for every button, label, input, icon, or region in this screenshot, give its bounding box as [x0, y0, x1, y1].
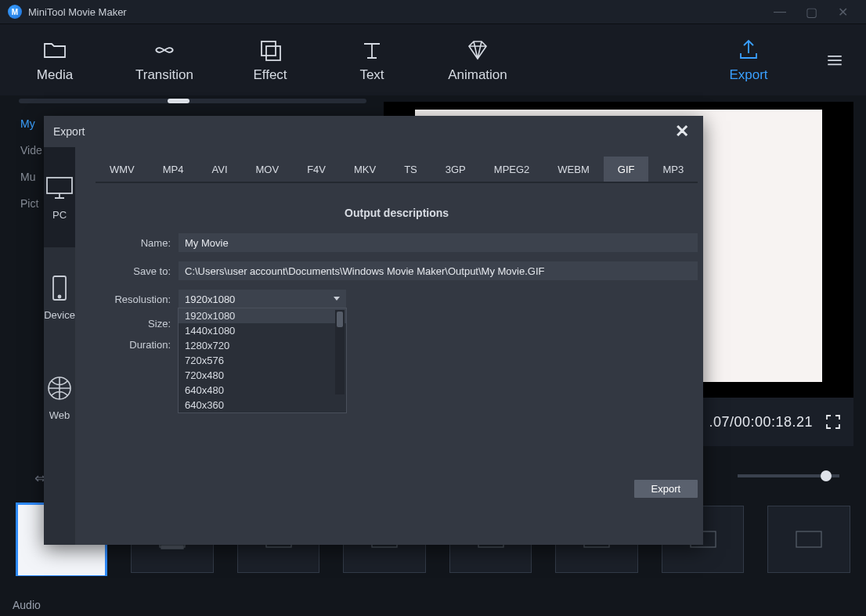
nav-animation[interactable]: Animation	[423, 24, 532, 96]
export-main-panel: WMVMP4AVIMOVF4VMKVTS3GPMPEG2WEBMGIFMP3 O…	[75, 147, 718, 545]
nav-media[interactable]: Media	[0, 24, 110, 96]
nav-text-label: Text	[359, 67, 384, 83]
resolution-label: Resolustion:	[96, 294, 171, 305]
export-target-pc-label: PC	[52, 209, 67, 221]
effect-icon	[258, 38, 283, 63]
minimize-button[interactable]: —	[764, 5, 796, 19]
resolution-option[interactable]: 1920x1080	[179, 308, 346, 323]
format-tab-webm[interactable]: WEBM	[543, 157, 603, 182]
format-tab-mkv[interactable]: MKV	[340, 157, 390, 182]
svg-rect-31	[796, 531, 821, 547]
nav-effect[interactable]: Effect	[219, 24, 321, 96]
export-form: Name: Save to: Resolustion: 1920x1080 19…	[96, 233, 698, 351]
left-tab-pictures[interactable]: Pict	[20, 197, 42, 210]
format-tab-ts[interactable]: TS	[390, 157, 431, 182]
text-icon	[359, 38, 384, 63]
export-target-device-label: Device	[44, 309, 75, 321]
folder-icon	[42, 38, 67, 63]
transition-icon	[152, 38, 177, 63]
export-dialog-header: Export ✕	[44, 116, 703, 147]
resolution-option[interactable]: 640x360	[179, 398, 346, 412]
nav-text[interactable]: Text	[321, 24, 423, 96]
audio-track-label: Audio	[13, 599, 41, 611]
titlebar: M MiniTool Movie Maker — ▢ ✕	[0, 0, 866, 24]
media-scrollbar[interactable]	[19, 99, 366, 103]
globe-icon	[44, 375, 75, 402]
resolution-option[interactable]: 1440x1080	[179, 323, 346, 338]
close-dialog-button[interactable]: ✕	[670, 121, 694, 142]
device-icon	[44, 275, 75, 301]
app-logo-icon: M	[8, 5, 22, 19]
export-target-pc[interactable]: PC	[44, 147, 75, 247]
close-window-button[interactable]: ✕	[827, 5, 858, 20]
hamburger-menu-button[interactable]	[803, 24, 866, 96]
clip-placeholder-icon	[795, 528, 823, 550]
svg-point-34	[59, 295, 61, 297]
left-tab-music[interactable]: Mu	[20, 171, 42, 183]
save-to-input[interactable]	[179, 261, 698, 280]
nav-effect-label: Effect	[253, 67, 287, 83]
size-label: Size:	[96, 318, 171, 330]
svg-rect-25	[161, 546, 183, 549]
format-tab-mp3[interactable]: MP3	[648, 157, 698, 182]
format-tab-wmv[interactable]: WMV	[96, 157, 149, 182]
resolution-select[interactable]: 1920x1080 1920x10801440x10801280x720720x…	[179, 290, 346, 308]
export-dialog: Export ✕ PC Device Web	[44, 116, 703, 545]
export-dialog-title: Export	[53, 125, 670, 138]
export-target-web-label: Web	[49, 409, 70, 421]
nav-export[interactable]: Export	[694, 24, 803, 96]
diamond-icon	[465, 38, 490, 63]
fullscreen-icon[interactable]	[825, 414, 841, 430]
name-input[interactable]	[179, 233, 698, 252]
export-target-device[interactable]: Device	[44, 247, 75, 348]
nav-transition[interactable]: Transition	[110, 24, 219, 96]
resolution-dropdown: 1920x10801440x10801280x720720x576720x480…	[178, 308, 347, 413]
monitor-icon	[44, 175, 75, 201]
format-tab-3gp[interactable]: 3GP	[431, 157, 480, 182]
svg-rect-32	[47, 178, 72, 193]
name-label: Name:	[96, 237, 171, 249]
format-tab-mpeg2[interactable]: MPEG2	[480, 157, 544, 182]
export-target-web[interactable]: Web	[44, 348, 75, 448]
top-nav: Media Transition Effect Text Animation E…	[0, 24, 866, 97]
format-tab-f4v[interactable]: F4V	[293, 157, 340, 182]
nav-export-label: Export	[729, 67, 767, 83]
dropdown-scrollbar[interactable]	[335, 310, 345, 394]
export-icon	[736, 38, 761, 63]
format-tab-mov[interactable]: MOV	[242, 157, 294, 182]
svg-rect-0	[262, 41, 276, 56]
resolution-option[interactable]: 720x480	[179, 368, 346, 383]
nav-animation-label: Animation	[448, 67, 507, 83]
export-target-tabs: PC Device Web	[44, 147, 75, 545]
output-descriptions-heading: Output descriptions	[96, 207, 698, 219]
zoom-slider[interactable]	[738, 474, 839, 477]
export-format-row: WMVMP4AVIMOVF4VMKVTS3GPMPEG2WEBMGIFMP3	[96, 157, 698, 183]
export-button[interactable]: Export	[634, 480, 698, 498]
save-to-label: Save to:	[96, 265, 171, 277]
maximize-button[interactable]: ▢	[796, 5, 827, 20]
resolution-option[interactable]: 1280x720	[179, 338, 346, 353]
left-tab-videos[interactable]: Vide	[20, 144, 42, 157]
hamburger-icon	[824, 49, 846, 71]
resolution-option[interactable]: 640x480	[179, 383, 346, 398]
format-tab-avi[interactable]: AVI	[198, 157, 242, 182]
chevron-down-icon	[334, 297, 340, 301]
resolution-option[interactable]: 720x576	[179, 353, 346, 368]
duration-label: Duration:	[96, 339, 171, 351]
time-display: .07/00:00:18.21	[709, 414, 813, 430]
nav-media-label: Media	[37, 67, 73, 83]
nav-transition-label: Transition	[135, 67, 193, 83]
format-tab-mp4[interactable]: MP4	[149, 157, 198, 182]
left-panel-tabs: My Vide Mu Pict	[20, 117, 42, 210]
resolution-selected-value: 1920x1080	[185, 294, 235, 305]
format-tab-gif[interactable]: GIF	[604, 157, 649, 182]
left-tab-my-album[interactable]: My	[20, 117, 42, 130]
timeline-clip[interactable]	[767, 506, 850, 573]
svg-rect-1	[266, 46, 280, 60]
app-title: MiniTool Movie Maker	[28, 6, 764, 18]
